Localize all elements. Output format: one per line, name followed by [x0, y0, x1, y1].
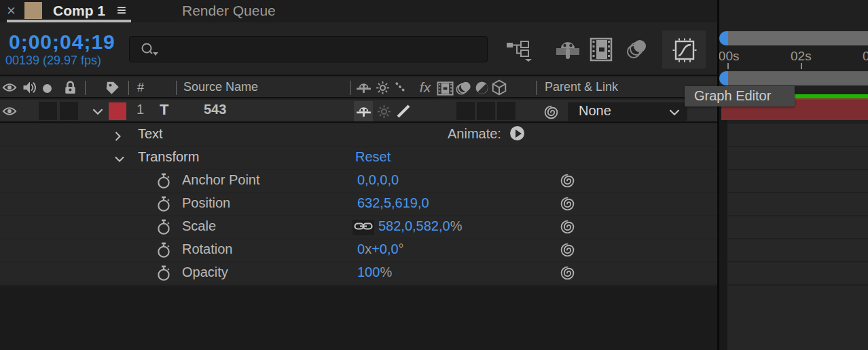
video-column-eye-icon[interactable] — [2, 81, 17, 94]
rotation-value[interactable]: 0x+0,0° — [357, 241, 404, 257]
time-navigator-start-handle[interactable] — [719, 31, 728, 45]
stopwatch-icon[interactable] — [157, 173, 170, 189]
track-empty-area[interactable] — [727, 286, 868, 350]
position-row[interactable]: Position 632,5,619,0 — [0, 193, 717, 215]
close-panel-icon[interactable]: × — [7, 1, 16, 20]
layer-quality-switch[interactable] — [394, 101, 413, 121]
property-label[interactable]: Position — [182, 195, 230, 211]
pick-whip-icon[interactable] — [560, 242, 575, 258]
parent-pick-whip-icon[interactable] — [543, 104, 559, 120]
layer-switch-cell[interactable] — [456, 102, 475, 120]
tooltip-text: Graph Editor — [694, 88, 771, 104]
animate-menu-icon[interactable] — [510, 126, 524, 140]
track-row[interactable] — [727, 170, 868, 192]
ruler-tick — [801, 63, 802, 69]
property-label[interactable]: Rotation — [182, 241, 233, 257]
parent-link-column-header[interactable]: Parent & Link — [545, 80, 618, 94]
frame-blending-icon[interactable] — [590, 37, 613, 62]
scale-row[interactable]: Scale 582,0,582,0% — [0, 216, 717, 238]
collapse-transformations-icon[interactable] — [375, 80, 390, 95]
search-icon[interactable] — [139, 42, 162, 58]
layer-shy-switch[interactable] — [354, 101, 373, 121]
opacity-value[interactable]: 100% — [357, 265, 392, 280]
frame-info: 00139 (29.97 fps) — [5, 54, 101, 68]
transform-reset-button[interactable]: Reset — [355, 149, 391, 165]
layer-switch-cell[interactable] — [497, 102, 516, 120]
motion-blur-switch-icon[interactable] — [454, 79, 472, 97]
time-navigator-bar[interactable] — [728, 31, 868, 45]
chevron-right-icon[interactable] — [114, 131, 122, 142]
ruler-tick-label: 0:00s — [717, 49, 739, 64]
stopwatch-icon[interactable] — [157, 219, 170, 235]
transform-group-row[interactable]: Transform Reset — [0, 147, 717, 169]
layer-switch-cell[interactable] — [477, 102, 495, 120]
track-row[interactable] — [727, 216, 868, 238]
shy-switch-icon[interactable] — [355, 81, 372, 94]
lock-toggle-cell[interactable] — [60, 102, 78, 120]
track-row[interactable] — [727, 124, 868, 146]
stopwatch-icon[interactable] — [157, 196, 170, 212]
tab-comp-1[interactable]: Comp 1 — [53, 1, 105, 20]
effects-fx-icon[interactable]: fx — [416, 79, 435, 96]
panel-divider[interactable] — [717, 0, 719, 350]
work-area-bar[interactable] — [728, 71, 868, 85]
layer-collapse-switch[interactable] — [374, 101, 393, 121]
track-row[interactable] — [727, 262, 868, 284]
opacity-row[interactable]: Opacity 100% — [0, 262, 717, 284]
stopwatch-icon[interactable] — [157, 265, 170, 281]
pick-whip-icon[interactable] — [560, 265, 575, 281]
text-group-row[interactable]: Text Animate: — [0, 124, 717, 146]
anchor-point-value[interactable]: 0,0,0,0 — [357, 172, 399, 188]
solo-column-icon[interactable] — [42, 83, 52, 93]
pick-whip-icon[interactable] — [560, 219, 575, 235]
parent-dropdown[interactable]: None — [568, 102, 687, 121]
composition-mini-flowchart-icon[interactable] — [506, 39, 536, 62]
constrain-proportions-link-icon[interactable] — [352, 220, 374, 235]
text-group-label[interactable]: Text — [138, 126, 163, 142]
source-name-column-header[interactable]: Source Name — [183, 80, 258, 94]
lock-column-icon[interactable] — [63, 79, 77, 96]
stopwatch-icon[interactable] — [157, 242, 170, 258]
layer-row[interactable]: 1 T 543 None — [0, 100, 717, 123]
search-input[interactable] — [161, 38, 480, 60]
track-row[interactable] — [727, 193, 868, 215]
anchor-point-row[interactable]: Anchor Point 0,0,0,0 — [0, 170, 717, 192]
adjustment-layer-icon[interactable] — [473, 80, 490, 95]
property-label[interactable]: Opacity — [182, 265, 228, 280]
current-timecode[interactable]: 0;00;04;19 — [9, 31, 115, 54]
hide-shy-layers-icon[interactable] — [555, 39, 581, 60]
layer-name[interactable]: 543 — [204, 102, 226, 117]
track-row[interactable] — [727, 147, 868, 169]
graph-editor-button[interactable] — [662, 31, 706, 69]
index-column-header[interactable]: # — [134, 80, 147, 95]
rotation-row[interactable]: Rotation 0x+0,0° — [0, 239, 717, 261]
solo-toggle-cell[interactable] — [39, 102, 57, 120]
scale-value[interactable]: 582,0,582,0% — [378, 218, 462, 234]
frame-blend-switch-icon[interactable] — [435, 79, 454, 97]
track-row[interactable] — [727, 239, 868, 261]
pick-whip-icon[interactable] — [560, 196, 575, 212]
chevron-down-icon[interactable] — [114, 155, 125, 163]
tab-render-queue[interactable]: Render Queue — [182, 1, 276, 20]
search-box[interactable] — [129, 36, 488, 62]
3d-layer-icon[interactable] — [490, 79, 508, 96]
column-divider — [85, 81, 86, 95]
pick-whip-icon[interactable] — [560, 173, 575, 189]
comp-color-swatch — [24, 2, 42, 19]
property-label[interactable]: Scale — [182, 218, 216, 234]
label-column-tag-icon[interactable] — [103, 79, 122, 97]
layer-visibility-eye-icon[interactable] — [2, 104, 17, 118]
transform-group-label[interactable]: Transform — [138, 149, 199, 165]
after-effects-timeline-panel: × Comp 1 ≡ Render Queue 0;00;04;19 00139… — [0, 0, 868, 350]
property-label[interactable]: Anchor Point — [182, 172, 260, 188]
layer-label-color-swatch[interactable] — [109, 102, 126, 120]
track-left-gutter — [719, 98, 727, 350]
quality-sampling-icon[interactable] — [393, 80, 409, 95]
work-area-start-handle[interactable] — [719, 71, 728, 85]
audio-column-speaker-icon[interactable] — [22, 80, 37, 95]
layer-expand-chevron-icon[interactable] — [90, 106, 106, 116]
panel-menu-icon[interactable]: ≡ — [117, 1, 126, 20]
motion-blur-icon[interactable] — [625, 39, 651, 60]
position-value[interactable]: 632,5,619,0 — [357, 195, 429, 211]
parent-dropdown-value: None — [579, 103, 611, 119]
